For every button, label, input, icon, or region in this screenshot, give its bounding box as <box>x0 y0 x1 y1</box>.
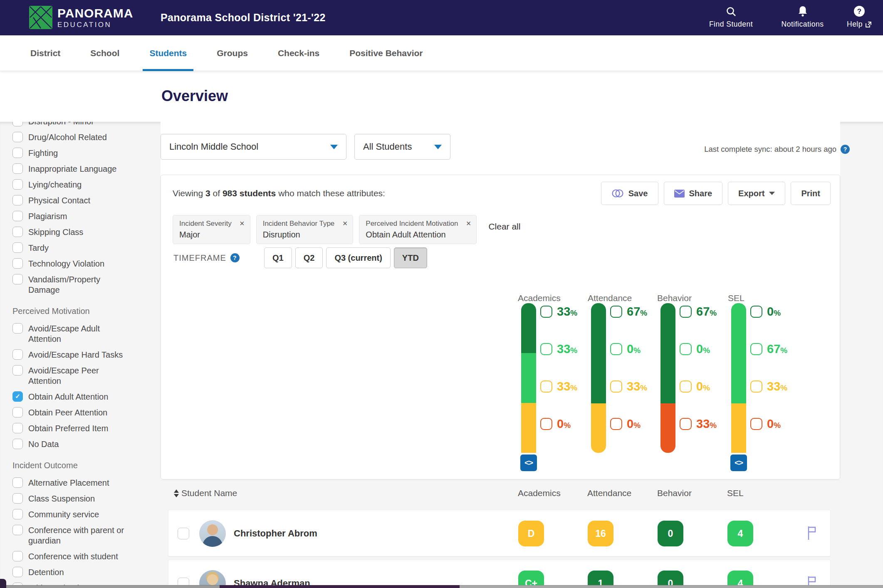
filter-option-no-data[interactable]: No Data <box>12 439 152 450</box>
tab-positive-behavior[interactable]: Positive Behavior <box>343 35 429 71</box>
checkbox[interactable] <box>12 122 23 126</box>
timeframe-q2[interactable]: Q2 <box>295 247 323 268</box>
filter-option-detention[interactable]: Detention <box>12 567 152 578</box>
timeframe-ytd[interactable]: YTD <box>394 247 427 268</box>
score-badge-sel[interactable]: 4 <box>727 521 753 546</box>
share-button[interactable]: Share <box>664 182 723 205</box>
percent-checkbox[interactable] <box>540 343 552 355</box>
checkbox[interactable] <box>12 195 23 205</box>
filter-option-technology-violation[interactable]: Technology Violation <box>12 258 152 269</box>
filter-option-tardy[interactable]: Tardy <box>12 242 152 253</box>
flag-icon[interactable] <box>806 525 817 543</box>
checkbox[interactable] <box>12 365 23 376</box>
timeframe-q1[interactable]: Q1 <box>264 247 292 268</box>
checkbox[interactable] <box>12 407 23 418</box>
tab-district[interactable]: District <box>24 35 67 71</box>
scrollbar-thumb[interactable] <box>6 585 220 588</box>
percent-checkbox[interactable] <box>680 380 692 393</box>
filter-option-avoid-escape-peer-attention[interactable]: Avoid/Escape Peer Attention <box>12 365 152 386</box>
chip-close-icon[interactable]: × <box>466 219 471 228</box>
checkbox[interactable] <box>12 439 23 449</box>
percent-checkbox[interactable] <box>610 418 622 430</box>
filter-option-disruption-minor[interactable]: Disruption - Minor <box>12 122 152 127</box>
filter-option-physical-contact[interactable]: Physical Contact <box>12 195 152 206</box>
checkbox[interactable] <box>12 551 23 561</box>
filter-option-drug-alcohol-related[interactable]: Drug/Alcohol Related <box>12 132 152 143</box>
filter-option-vandalism-property-damage[interactable]: Vandalism/Property Damage <box>12 274 152 295</box>
checkbox[interactable] <box>12 493 23 504</box>
filter-option-plagiarism[interactable]: Plagiarism <box>12 211 152 222</box>
code-toggle-icon[interactable]: <> <box>520 455 537 471</box>
percent-checkbox[interactable] <box>540 306 552 318</box>
table-row-christopher-abrom[interactable]: Christopher AbromD1604 <box>168 510 831 556</box>
filter-option-avoid-escape-hard-tasks[interactable]: Avoid/Escape Hard Tasks <box>12 349 152 360</box>
percent-checkbox[interactable] <box>750 380 762 393</box>
student-name[interactable]: Shawna Aderman <box>234 560 310 588</box>
checkbox[interactable] <box>12 227 23 237</box>
checkbox[interactable] <box>12 132 23 142</box>
percent-checkbox[interactable] <box>680 418 692 430</box>
checkbox[interactable] <box>12 567 23 577</box>
panorama-logo[interactable]: PANORAMA EDUCATION <box>29 6 133 29</box>
filter-option-skipping-class[interactable]: Skipping Class <box>12 227 152 237</box>
tab-check-ins[interactable]: Check-ins <box>271 35 326 71</box>
filter-option-conference-with-parent-or-guardian[interactable]: Conference with parent or guardian <box>12 525 152 546</box>
column-header-academics[interactable]: Academics <box>518 488 561 498</box>
checkbox[interactable]: ✓ <box>12 391 23 402</box>
population-select[interactable]: All Students <box>354 134 450 160</box>
save-button[interactable]: Save <box>601 182 658 205</box>
filter-option-alternative-placement[interactable]: Alternative Placement <box>12 477 152 488</box>
percent-checkbox[interactable] <box>680 343 692 355</box>
score-badge-behavior[interactable]: 0 <box>658 521 683 546</box>
timeframe-q3-current[interactable]: Q3 (current) <box>326 247 390 268</box>
school-select[interactable]: Lincoln Middle School <box>161 134 346 160</box>
filter-option-conference-with-student[interactable]: Conference with student <box>12 551 152 562</box>
student-name[interactable]: Christopher Abrom <box>234 510 317 557</box>
filter-option-obtain-peer-attention[interactable]: Obtain Peer Attention <box>12 407 152 418</box>
tab-students[interactable]: Students <box>143 35 193 71</box>
percent-checkbox[interactable] <box>680 306 692 318</box>
chip-close-icon[interactable]: × <box>240 219 245 228</box>
checkbox[interactable] <box>12 179 23 190</box>
table-row-shawna-aderman[interactable]: Shawna AdermanC+104 <box>168 560 831 588</box>
clear-all-button[interactable]: Clear all <box>488 222 520 232</box>
checkbox[interactable] <box>12 423 23 433</box>
filter-option-lying-cheating[interactable]: Lying/cheating <box>12 179 152 190</box>
filter-option-avoid-escape-adult-attention[interactable]: Avoid/Escape Adult Attention <box>12 323 152 344</box>
timeframe-help-icon[interactable]: ? <box>230 253 240 262</box>
checkbox[interactable] <box>12 525 23 535</box>
filter-option-community-service[interactable]: Community service <box>12 509 152 520</box>
percent-checkbox[interactable] <box>610 306 622 318</box>
horizontal-scrollbar[interactable] <box>0 585 883 588</box>
tab-school[interactable]: School <box>84 35 126 71</box>
column-header-sel[interactable]: SEL <box>727 488 744 498</box>
checkbox[interactable] <box>12 509 23 519</box>
score-badge-academics[interactable]: D <box>518 521 544 546</box>
column-header-student-name[interactable]: Student Name <box>174 488 237 498</box>
percent-checkbox[interactable] <box>610 343 622 355</box>
chip-close-icon[interactable]: × <box>343 219 348 228</box>
checkbox[interactable] <box>12 274 23 284</box>
filter-option-fighting[interactable]: Fighting <box>12 148 152 158</box>
checkbox[interactable] <box>12 163 23 174</box>
percent-checkbox[interactable] <box>610 380 622 393</box>
find-student-button[interactable]: Find Student <box>703 6 759 29</box>
export-button[interactable]: Export <box>728 182 785 205</box>
percent-checkbox[interactable] <box>750 306 762 318</box>
print-button[interactable]: Print <box>791 182 831 205</box>
score-badge-attendance[interactable]: 16 <box>588 521 613 546</box>
checkbox[interactable] <box>12 349 23 360</box>
notifications-button[interactable]: Notifications <box>774 6 831 29</box>
filter-option-obtain-preferred-item[interactable]: Obtain Preferred Item <box>12 423 152 434</box>
filter-option-obtain-adult-attention[interactable]: ✓Obtain Adult Attention <box>12 391 152 402</box>
column-header-behavior[interactable]: Behavior <box>657 488 692 498</box>
checkbox[interactable] <box>12 477 23 488</box>
percent-checkbox[interactable] <box>540 380 552 393</box>
code-toggle-icon[interactable]: <> <box>730 455 747 471</box>
percent-checkbox[interactable] <box>750 343 762 355</box>
checkbox[interactable] <box>12 323 23 334</box>
scrollbar-track[interactable] <box>460 585 883 588</box>
help-button[interactable]: ? Help <box>839 6 879 29</box>
percent-checkbox[interactable] <box>750 418 762 430</box>
percent-checkbox[interactable] <box>540 418 552 430</box>
